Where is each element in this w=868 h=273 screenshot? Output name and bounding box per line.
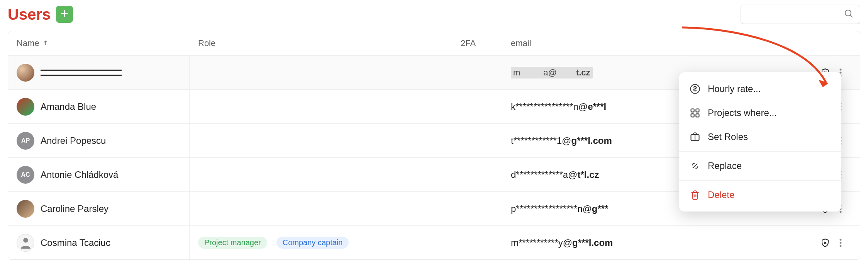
trash-icon: [689, 189, 701, 201]
role-pill: Company captain: [276, 237, 349, 249]
column-role-label: Role: [198, 38, 215, 48]
svg-point-3: [840, 72, 842, 73]
email-text: m***********y@g***l.com: [511, 237, 817, 248]
svg-point-2: [840, 68, 842, 70]
shield-x-icon: [821, 238, 830, 247]
menu-projects-where[interactable]: Projects where...: [679, 101, 841, 125]
page-title: Users: [8, 6, 51, 23]
menu-set-roles-label: Set Roles: [708, 131, 748, 142]
briefcase-icon: [689, 131, 701, 143]
cell-role: Project managerCompany captain: [190, 237, 452, 249]
cell-name: Amanda Blue: [8, 90, 190, 123]
user-name: Amanda Blue: [41, 101, 96, 112]
cell-email: m***********y@g***l.com: [502, 236, 858, 250]
row-context-menu: Hourly rate... Projects where... Set Rol…: [679, 72, 841, 212]
svg-line-1: [850, 15, 852, 17]
column-email-label: email: [511, 38, 531, 48]
user-name: Andrei Popescu: [41, 135, 106, 146]
svg-point-16: [840, 211, 842, 213]
search-input[interactable]: [746, 10, 844, 19]
svg-rect-23: [691, 114, 694, 117]
table-row[interactable]: Cosmina TcaciucProject managerCompany ca…: [8, 225, 860, 259]
svg-point-17: [840, 239, 842, 241]
swap-icon: [689, 160, 701, 172]
cell-name: APAndrei Popescu: [8, 124, 190, 157]
menu-divider: [679, 151, 841, 152]
column-email[interactable]: email: [502, 38, 858, 48]
sort-asc-icon: [42, 38, 49, 48]
svg-point-18: [840, 242, 842, 244]
svg-point-19: [840, 245, 842, 247]
cell-name: Caroline Parsley: [8, 192, 190, 225]
avatar: AC: [17, 166, 34, 184]
avatar: [17, 98, 34, 116]
column-name[interactable]: Name: [8, 38, 190, 48]
menu-delete[interactable]: Delete: [679, 183, 841, 207]
column-2fa[interactable]: 2FA: [452, 38, 502, 48]
plus-icon: [60, 9, 69, 20]
svg-point-0: [845, 10, 851, 16]
users-table: Name Role 2FA email ma@t.czAmanda Bluek*…: [8, 31, 860, 260]
menu-set-roles[interactable]: Set Roles: [679, 125, 841, 149]
menu-replace[interactable]: Replace: [679, 154, 841, 178]
redacted-name: [41, 70, 122, 76]
search-box[interactable]: [741, 5, 860, 24]
svg-rect-22: [696, 109, 699, 112]
search-icon: [844, 9, 854, 20]
avatar: [17, 234, 34, 252]
menu-divider: [679, 180, 841, 181]
cell-name: [8, 56, 190, 89]
grid-icon: [689, 107, 701, 119]
svg-rect-24: [696, 114, 699, 117]
column-role[interactable]: Role: [190, 38, 452, 48]
table-header: Name Role 2FA email: [8, 31, 860, 55]
role-pill: Project manager: [198, 237, 267, 249]
user-name: Antonie Chládková: [41, 169, 118, 180]
avatar: AP: [17, 132, 34, 150]
redacted-email: ma@t.cz: [511, 67, 593, 78]
avatar: [17, 64, 34, 82]
user-name: Caroline Parsley: [41, 203, 108, 214]
menu-delete-label: Delete: [708, 189, 734, 200]
menu-hourly-rate[interactable]: Hourly rate...: [679, 77, 841, 101]
column-2fa-label: 2FA: [461, 38, 476, 48]
menu-projects-where-label: Projects where...: [708, 107, 777, 118]
add-user-button[interactable]: [56, 6, 73, 23]
menu-hourly-rate-label: Hourly rate...: [708, 84, 761, 94]
row-actions-button[interactable]: [834, 236, 848, 250]
dollar-circle-icon: [689, 83, 701, 95]
cell-name: ACAntonie Chládková: [8, 158, 190, 191]
avatar: [17, 200, 34, 218]
user-name: Cosmina Tcaciuc: [41, 237, 110, 248]
menu-replace-label: Replace: [708, 160, 742, 171]
column-name-label: Name: [17, 38, 39, 48]
svg-rect-21: [691, 109, 694, 112]
cell-name: Cosmina Tcaciuc: [8, 226, 190, 259]
